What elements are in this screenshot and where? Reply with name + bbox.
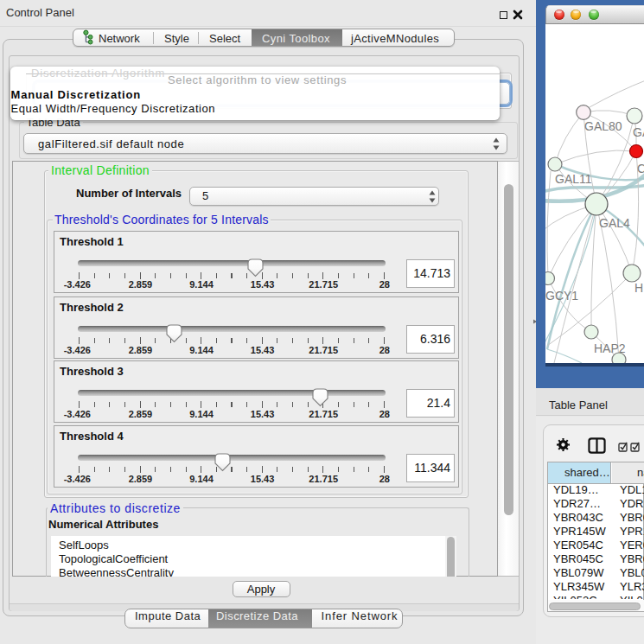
svg-text:GAL4: GAL4	[599, 216, 630, 230]
svg-text:GCY1: GCY1	[545, 289, 578, 303]
svg-text:HAP2: HAP2	[594, 341, 626, 355]
svg-text:C: C	[637, 162, 644, 175]
svg-text:GAL80: GAL80	[584, 119, 622, 133]
svg-text:H: H	[634, 281, 643, 295]
svg-text:GA: GA	[633, 125, 644, 139]
svg-text:GAL11: GAL11	[555, 172, 592, 186]
